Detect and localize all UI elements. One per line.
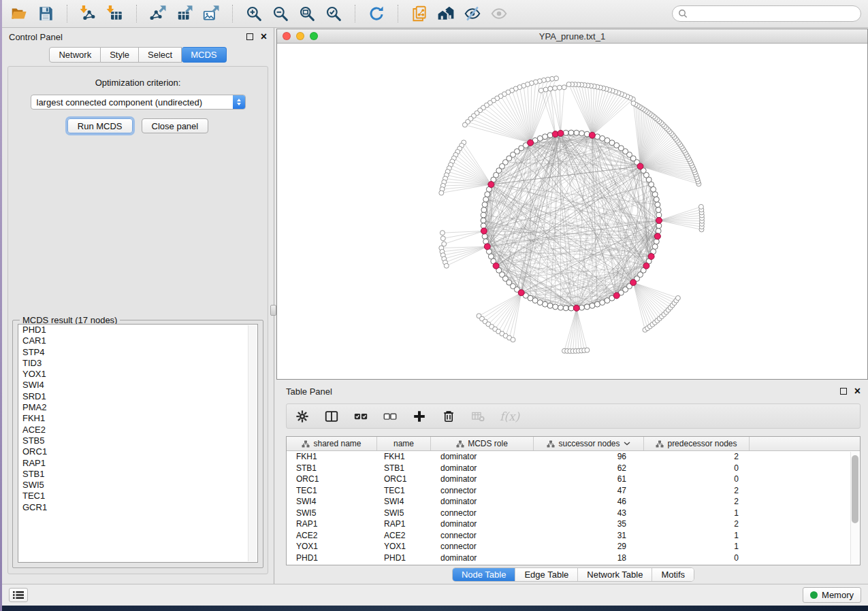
table-header-row: shared namenameMCDS rolesuccessor nodesp… <box>287 437 860 451</box>
select-all-icon[interactable] <box>353 409 368 424</box>
mcds-result-list[interactable]: PHD1CAR1STP4TID3YOX1SWI4SRD1PMA2FKH1ACE2… <box>18 324 258 563</box>
hide-selected-icon[interactable] <box>462 4 483 23</box>
tab-mcds[interactable]: MCDS <box>182 47 226 63</box>
table-body: FKH1FKH1dominator962STB1STB1dominator620… <box>287 451 860 563</box>
memory-button[interactable]: Memory <box>803 587 861 603</box>
float-panel-icon[interactable] <box>246 33 253 40</box>
node-table: shared namenameMCDS rolesuccessor nodesp… <box>286 436 861 565</box>
tab-edge-table[interactable]: Edge Table <box>515 568 578 581</box>
optimization-criterion-select[interactable]: largest connected component (undirected) <box>31 95 246 110</box>
maximize-window-icon[interactable] <box>310 32 318 40</box>
table-cell: ACE2 <box>287 531 377 540</box>
table-row[interactable]: ACE2ACE2connector311 <box>287 530 860 542</box>
table-cell: dominator <box>431 463 534 473</box>
app-window: Control Panel × NetworkStyleSelectMCDS O… <box>2 0 868 606</box>
mcds-result-item: STB1 <box>18 469 257 480</box>
list-icon <box>13 591 24 599</box>
table-cell: SWI5 <box>287 508 377 518</box>
close-table-panel-icon[interactable]: × <box>854 387 861 395</box>
mcds-result-item: FKH1 <box>18 413 257 424</box>
table-row[interactable]: TEC1TEC1connector472 <box>287 485 860 497</box>
first-neighbors-icon[interactable] <box>436 4 456 23</box>
toolbar-separator <box>67 5 67 22</box>
table-cell: 62 <box>534 463 644 473</box>
close-window-icon[interactable] <box>283 32 291 40</box>
zoom-in-icon[interactable] <box>244 4 264 23</box>
zoom-selected-icon[interactable] <box>323 4 344 23</box>
network-graph[interactable] <box>277 44 867 379</box>
control-panel-tabs: NetworkStyleSelectMCDS <box>2 47 274 63</box>
table-scrollbar[interactable] <box>850 452 859 564</box>
tab-network[interactable]: Network <box>49 47 101 63</box>
table-cell: 1 <box>644 508 750 518</box>
import-table-icon[interactable] <box>105 4 125 23</box>
table-cell: TEC1 <box>287 486 377 495</box>
mcds-list-scrollbar[interactable] <box>248 325 257 561</box>
control-panel-header: Control Panel × <box>2 28 274 46</box>
zoom-out-icon[interactable] <box>270 4 291 23</box>
minimize-window-icon[interactable] <box>296 32 304 40</box>
float-table-panel-icon[interactable] <box>840 388 847 395</box>
table-row[interactable]: SWI4SWI4dominator462 <box>287 496 860 508</box>
table-row[interactable]: FKH1FKH1dominator962 <box>287 451 860 463</box>
table-settings-icon[interactable] <box>295 409 310 424</box>
control-panel: Control Panel × NetworkStyleSelectMCDS O… <box>2 28 274 584</box>
table-cell: ORC1 <box>287 474 377 484</box>
refresh-icon[interactable] <box>366 4 387 23</box>
export-image-icon[interactable] <box>201 4 221 23</box>
deselect-all-icon[interactable] <box>383 409 398 424</box>
save-session-icon[interactable] <box>35 4 56 23</box>
column-header-shared-name[interactable]: shared name <box>287 437 377 450</box>
table-row[interactable]: SWI5SWI5connector431 <box>287 508 860 519</box>
tab-style[interactable]: Style <box>101 47 139 63</box>
tab-motifs[interactable]: Motifs <box>652 568 694 581</box>
table-row[interactable]: PHD1PHD1dominator180 <box>287 552 860 564</box>
select-stepper-icon <box>233 95 245 110</box>
optimization-criterion-value: largest connected component (undirected) <box>31 97 233 108</box>
column-header-mcds-role[interactable]: MCDS role <box>431 437 534 450</box>
delete-column-icon[interactable] <box>441 409 456 424</box>
tab-network-table[interactable]: Network Table <box>578 568 652 581</box>
clipboard-share-icon[interactable] <box>409 4 430 23</box>
table-tabs: Node TableEdge TableNetwork TableMotifs <box>452 567 694 582</box>
import-network-icon[interactable] <box>78 4 99 23</box>
close-panel-icon[interactable]: × <box>261 33 267 41</box>
tab-select[interactable]: Select <box>139 47 182 63</box>
tab-node-table[interactable]: Node Table <box>453 568 516 581</box>
open-file-icon[interactable] <box>9 4 29 23</box>
toolbar-separator <box>355 5 355 22</box>
search-input[interactable] <box>692 9 855 19</box>
mcds-result-item: RAP1 <box>18 458 257 469</box>
table-row[interactable]: YOX1YOX1connector291 <box>287 541 860 552</box>
network-canvas[interactable] <box>277 44 867 379</box>
table-cell: PHD1 <box>377 553 431 563</box>
search-box[interactable] <box>672 5 861 22</box>
table-row[interactable]: ORC1ORC1dominator610 <box>287 474 860 485</box>
close-panel-button[interactable]: Close panel <box>142 118 209 133</box>
export-network-icon[interactable] <box>148 4 168 23</box>
panel-splitter-handle[interactable] <box>270 305 276 316</box>
split-panel-icon[interactable] <box>324 409 339 424</box>
column-label: shared name <box>313 439 361 448</box>
column-header-predecessor-nodes[interactable]: predecessor nodes <box>644 437 750 450</box>
screen: Control Panel × NetworkStyleSelectMCDS O… <box>0 0 868 611</box>
zoom-fit-icon[interactable] <box>297 4 317 23</box>
task-history-button[interactable] <box>9 588 28 602</box>
show-all-icon <box>489 4 509 23</box>
network-view-window: YPA_prune.txt_1 <box>276 29 868 380</box>
table-cell: dominator <box>431 474 534 484</box>
export-table-icon[interactable] <box>174 4 195 23</box>
table-row[interactable]: RAP1RAP1dominator352 <box>287 518 860 530</box>
table-cell: STB1 <box>377 463 431 473</box>
mcds-result-item: PHD1 <box>18 325 257 335</box>
run-mcds-button[interactable]: Run MCDS <box>67 118 133 133</box>
add-column-icon[interactable] <box>412 409 427 424</box>
table-cell: connector <box>431 542 534 551</box>
table-row[interactable]: STB1STB1dominator620 <box>287 463 860 474</box>
table-cell: dominator <box>431 519 534 529</box>
table-cell: SWI4 <box>377 497 431 506</box>
column-header-successor-nodes[interactable]: successor nodes <box>534 437 644 450</box>
column-label: predecessor nodes <box>667 439 737 448</box>
column-header-name[interactable]: name <box>377 437 431 450</box>
table-scrollbar-thumb[interactable] <box>852 455 858 523</box>
